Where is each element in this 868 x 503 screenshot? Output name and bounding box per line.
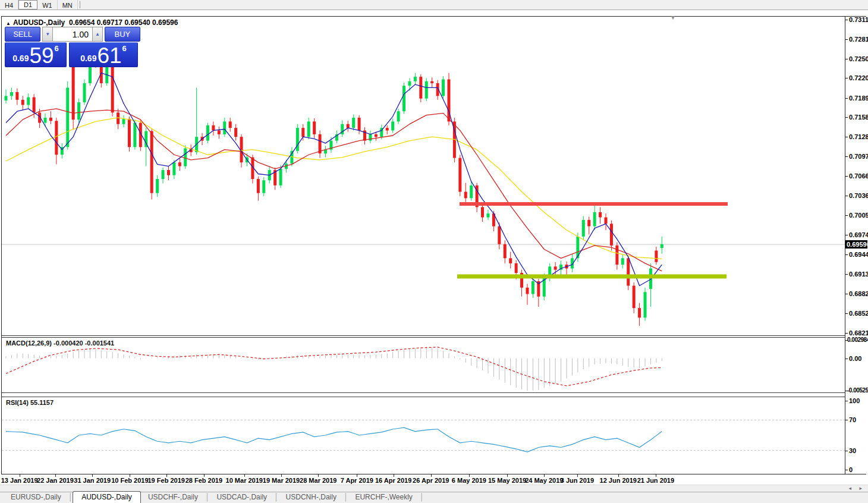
period-button-mn[interactable]: MN <box>58 0 78 10</box>
terminal-window: H4D1W1MN ▲AUDUSD-,Daily 0.69654 0.69717 … <box>0 0 868 503</box>
axis-tick-mark <box>845 137 848 137</box>
time-tick-mark <box>618 474 619 477</box>
axis-tick-mark <box>845 470 848 470</box>
time-axis-label: 10 Mar 2019 <box>226 477 263 484</box>
time-axis[interactable]: 13 Jan 201922 Jan 201931 Jan 201910 Feb … <box>2 475 852 484</box>
period-button-d1[interactable]: D1 <box>18 0 37 10</box>
axis-tick-mark <box>845 59 848 59</box>
time-axis-label: 12 Jun 2019 <box>600 477 637 484</box>
time-axis-label: 31 Jan 2019 <box>74 477 111 484</box>
sell-price-prefix: 0.69 <box>12 54 29 63</box>
volume-input[interactable] <box>53 27 92 42</box>
buy-button[interactable]: BUY <box>105 27 140 42</box>
collapse-panel-icon[interactable]: ▲ <box>6 21 11 26</box>
rsi-indicator-label: RSI(14) 55.1157 <box>6 399 54 406</box>
period-button-w1[interactable]: W1 <box>37 0 58 10</box>
rsi-axis-label: 70 <box>849 416 856 423</box>
rsi-axis-label: 0 <box>849 466 853 473</box>
sell-price-display[interactable]: 0.69 59 6 <box>5 42 67 67</box>
axis-tick-mark <box>845 156 848 157</box>
axis-tick-mark <box>845 20 848 20</box>
price-axis-label: 0.73115 <box>849 16 868 23</box>
tab-separator: │ <box>68 493 73 503</box>
tab-separator: │ <box>205 493 210 503</box>
time-axis-label: 22 Jan 2019 <box>37 477 74 484</box>
buy-price-main: 61 <box>97 47 121 65</box>
axis-tick-mark <box>845 333 848 334</box>
sell-button[interactable]: SELL <box>5 27 40 42</box>
axis-tick-mark <box>845 78 848 78</box>
time-axis-label: 13 Jan 2019 <box>1 477 38 484</box>
axis-tick-mark <box>845 401 848 401</box>
time-axis-label: 19 Mar 2019 <box>263 477 300 484</box>
chart-shift-icon[interactable]: ▼ <box>670 14 676 21</box>
chart-tabs-bar: EURUSD-,Daily│AUDUSD-,DailyUSDCHF-,Daily… <box>0 492 868 503</box>
price-axis-label: 0.70665 <box>849 172 868 180</box>
price-axis-label: 0.72200 <box>849 74 868 81</box>
time-axis-label: 19 Feb 2019 <box>148 477 185 484</box>
sell-price-main: 59 <box>29 47 54 65</box>
time-axis-label: 3 Jun 2019 <box>561 477 594 484</box>
price-axis-label: 0.71585 <box>849 114 868 121</box>
tab-separator: │ <box>344 493 348 503</box>
scroll-left-icon[interactable]: ◂ <box>848 485 851 491</box>
time-axis-label: 7 Apr 2019 <box>341 477 373 484</box>
scroll-right-icon[interactable]: ▸ <box>859 485 862 491</box>
chart-window: ▲AUDUSD-,Daily 0.69654 0.69717 0.69540 0… <box>1 16 866 474</box>
macd-histogram <box>6 347 662 391</box>
tab-audusd-daily[interactable]: AUDUSD-,Daily <box>73 491 141 503</box>
time-axis-label: 10 Feb 2019 <box>111 477 148 484</box>
rsi-chart-canvas[interactable] <box>2 397 845 473</box>
time-tick-mark <box>469 474 470 477</box>
volume-increase-button[interactable]: ▲ <box>92 27 103 42</box>
sell-price-pip: 6 <box>55 44 59 53</box>
tab-separator: │ <box>420 493 424 503</box>
ma-fast-blue-line <box>6 73 662 286</box>
buy-price-prefix: 0.69 <box>80 54 96 63</box>
time-axis-label: 26 Apr 2019 <box>413 477 449 484</box>
axis-tick-mark <box>845 451 848 451</box>
buy-price-display[interactable]: 0.69 61 6 <box>69 42 138 67</box>
pane-divider[interactable] <box>2 392 845 397</box>
time-tick-mark <box>577 474 578 477</box>
time-axis-label: 28 Mar 2019 <box>300 477 336 484</box>
one-click-trading-panel: SELL ▼ ▲ BUY 0.69 59 6 0.69 61 6 <box>5 27 140 67</box>
time-axis-label: 24 May 2019 <box>525 477 563 484</box>
time-tick-mark <box>244 474 245 477</box>
time-tick-mark <box>130 474 130 477</box>
rsi-axis-label: 100 <box>849 397 860 404</box>
candles-layer <box>5 51 663 326</box>
tab-usdcnh-daily[interactable]: USDCNH-,Daily <box>279 492 344 503</box>
tab-eurusd-daily[interactable]: EURUSD-,Daily <box>4 492 68 503</box>
price-axis-label: 0.72810 <box>849 36 868 43</box>
period-button-h4[interactable]: H4 <box>0 0 18 10</box>
time-tick-mark <box>20 474 20 477</box>
price-axis-label: 0.69130 <box>849 271 868 278</box>
tab-eurchf-weekly[interactable]: EURCHF-,Weekly <box>348 492 419 503</box>
rsi-axis-label: 30 <box>849 447 856 454</box>
time-axis-label: 15 May 2019 <box>488 477 526 484</box>
price-axis[interactable]: 0.731150.728100.725050.722000.718900.715… <box>845 17 867 474</box>
price-axis-label: 0.70050 <box>849 212 868 219</box>
macd-chart-canvas[interactable] <box>2 338 845 392</box>
time-axis-label: 6 May 2019 <box>452 477 486 484</box>
period-toolbar: H4D1W1MN <box>0 0 868 10</box>
axis-tick-mark <box>845 235 848 235</box>
axis-tick-mark <box>845 39 848 40</box>
axis-tick-mark <box>845 254 848 255</box>
time-tick-mark <box>431 474 432 477</box>
time-tick-mark <box>507 474 508 477</box>
macd-signal-line <box>6 347 662 386</box>
volume-decrease-button[interactable]: ▼ <box>42 27 53 42</box>
price-axis-label: 0.71890 <box>849 95 868 102</box>
tab-usdchf-daily[interactable]: USDCHF-,Daily <box>141 492 205 503</box>
tab-separator: │ <box>274 493 279 503</box>
axis-tick-mark <box>845 340 848 341</box>
tab-usdcad-daily[interactable]: USDCAD-,Daily <box>209 492 274 503</box>
macd-axis-label: -0.005256 <box>847 387 868 394</box>
axis-tick-mark <box>845 313 848 314</box>
macd-axis-label: 0.00 <box>849 355 861 362</box>
chart-ohlc-values: 0.69654 0.69717 0.69540 0.69596 <box>69 18 178 27</box>
time-axis-label: 21 Jun 2019 <box>637 477 674 484</box>
price-axis-label: 0.68825 <box>849 290 868 297</box>
